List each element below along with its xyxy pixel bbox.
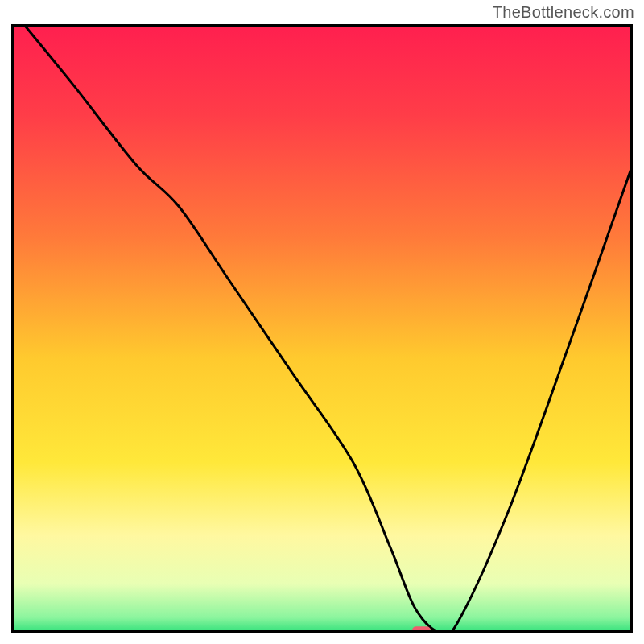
optimal-marker [412, 626, 431, 633]
chart-svg [11, 24, 633, 633]
plot-area [11, 24, 633, 633]
chart-frame: TheBottleneck.com [0, 0, 644, 644]
watermark-label: TheBottleneck.com [493, 3, 634, 22]
gradient-background [11, 24, 633, 633]
